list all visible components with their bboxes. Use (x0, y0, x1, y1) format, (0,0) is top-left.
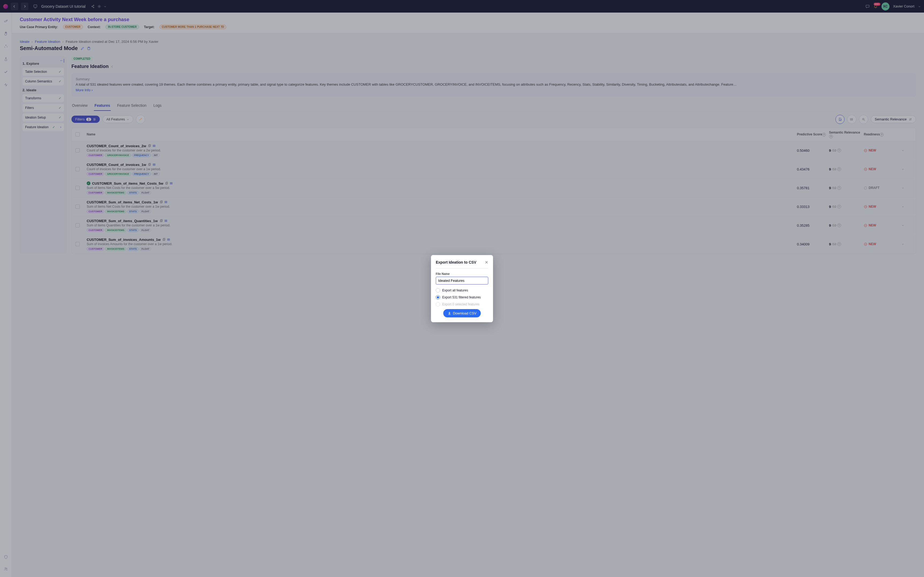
download-button[interactable]: Download CSV (443, 309, 481, 318)
export-modal: Export Ideation to CSV ✕ File Name Expor… (431, 255, 493, 322)
radio-export-all[interactable]: Export all features (436, 288, 488, 293)
radio-export-selected: Export 0 selected features (436, 302, 488, 306)
filename-input[interactable] (436, 277, 488, 284)
filename-label: File Name (436, 272, 488, 276)
download-icon (448, 311, 451, 315)
modal-overlay[interactable]: Export Ideation to CSV ✕ File Name Expor… (0, 0, 924, 577)
modal-title: Export Ideation to CSV (436, 260, 476, 264)
radio-export-filtered[interactable]: Export 531 filtered features (436, 295, 488, 300)
close-icon[interactable]: ✕ (485, 260, 488, 265)
